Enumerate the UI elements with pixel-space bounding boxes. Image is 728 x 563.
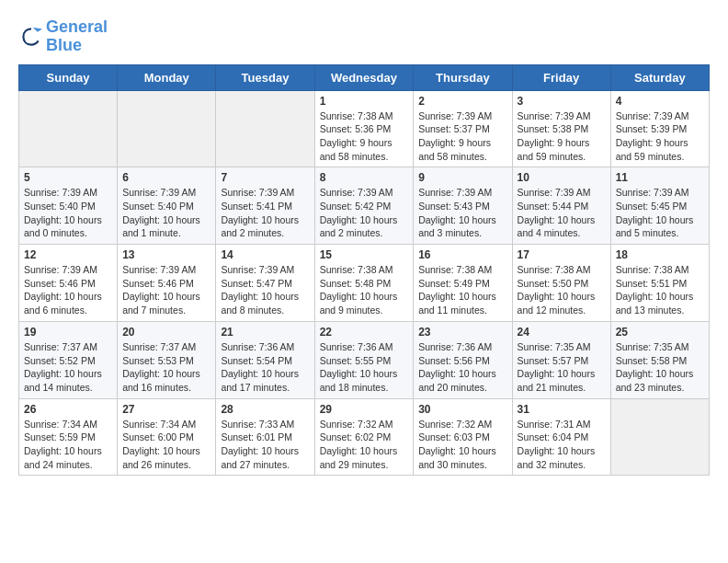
calendar-cell: 26Sunrise: 7:34 AM Sunset: 5:59 PM Dayli… (19, 398, 118, 476)
calendar-week-row: 1Sunrise: 7:38 AM Sunset: 5:36 PM Daylig… (19, 90, 710, 167)
calendar-cell: 6Sunrise: 7:39 AM Sunset: 5:40 PM Daylig… (118, 167, 216, 245)
calendar-cell: 21Sunrise: 7:36 AM Sunset: 5:54 PM Dayli… (216, 321, 314, 398)
day-info: Sunrise: 7:38 AM Sunset: 5:50 PM Dayligh… (518, 263, 606, 317)
logo-icon (20, 26, 42, 48)
day-number: 16 (418, 248, 506, 261)
calendar-cell (118, 90, 216, 167)
day-number: 30 (418, 403, 506, 416)
day-number: 10 (518, 171, 606, 184)
day-number: 17 (518, 248, 606, 261)
day-info: Sunrise: 7:39 AM Sunset: 5:42 PM Dayligh… (320, 186, 409, 240)
day-number: 11 (616, 171, 704, 184)
day-of-week-header: Wednesday (314, 64, 414, 90)
day-number: 20 (122, 326, 210, 339)
calendar-header-row: SundayMondayTuesdayWednesdayThursdayFrid… (19, 64, 710, 90)
day-info: Sunrise: 7:38 AM Sunset: 5:51 PM Dayligh… (616, 263, 704, 317)
calendar-cell: 12Sunrise: 7:39 AM Sunset: 5:46 PM Dayli… (19, 245, 118, 322)
calendar-cell: 28Sunrise: 7:33 AM Sunset: 6:01 PM Dayli… (216, 398, 314, 476)
day-number: 31 (518, 403, 606, 416)
day-info: Sunrise: 7:39 AM Sunset: 5:45 PM Dayligh… (616, 186, 704, 240)
calendar-cell: 31Sunrise: 7:31 AM Sunset: 6:04 PM Dayli… (512, 398, 610, 476)
calendar-cell: 18Sunrise: 7:38 AM Sunset: 5:51 PM Dayli… (610, 245, 709, 322)
day-number: 25 (616, 326, 704, 339)
day-number: 18 (616, 248, 704, 261)
day-info: Sunrise: 7:39 AM Sunset: 5:40 PM Dayligh… (24, 186, 112, 240)
day-info: Sunrise: 7:39 AM Sunset: 5:46 PM Dayligh… (122, 263, 210, 317)
day-info: Sunrise: 7:34 AM Sunset: 6:00 PM Dayligh… (122, 418, 210, 472)
day-number: 12 (24, 248, 112, 261)
day-number: 26 (24, 403, 112, 416)
day-info: Sunrise: 7:38 AM Sunset: 5:48 PM Dayligh… (320, 263, 409, 317)
day-info: Sunrise: 7:33 AM Sunset: 6:01 PM Dayligh… (221, 418, 309, 472)
day-info: Sunrise: 7:37 AM Sunset: 5:52 PM Dayligh… (24, 340, 112, 395)
day-number: 2 (418, 95, 506, 108)
day-number: 8 (320, 171, 409, 184)
calendar-cell: 17Sunrise: 7:38 AM Sunset: 5:50 PM Dayli… (512, 245, 610, 322)
calendar-week-row: 12Sunrise: 7:39 AM Sunset: 5:46 PM Dayli… (19, 245, 710, 322)
day-number: 4 (616, 95, 704, 108)
calendar-cell: 7Sunrise: 7:39 AM Sunset: 5:41 PM Daylig… (216, 167, 314, 245)
day-info: Sunrise: 7:39 AM Sunset: 5:44 PM Dayligh… (518, 186, 606, 240)
calendar-cell: 3Sunrise: 7:39 AM Sunset: 5:38 PM Daylig… (512, 90, 610, 167)
calendar-cell: 30Sunrise: 7:32 AM Sunset: 6:03 PM Dayli… (414, 398, 512, 476)
day-number: 29 (320, 403, 409, 416)
day-number: 24 (518, 326, 606, 339)
day-of-week-header: Saturday (610, 64, 709, 90)
day-of-week-header: Sunday (19, 64, 118, 90)
calendar-cell: 9Sunrise: 7:39 AM Sunset: 5:43 PM Daylig… (414, 167, 512, 245)
logo-text: General Blue (46, 18, 108, 55)
calendar-cell: 14Sunrise: 7:39 AM Sunset: 5:47 PM Dayli… (216, 245, 314, 322)
day-info: Sunrise: 7:35 AM Sunset: 5:58 PM Dayligh… (616, 340, 704, 395)
day-info: Sunrise: 7:39 AM Sunset: 5:46 PM Dayligh… (24, 263, 112, 317)
calendar-cell: 19Sunrise: 7:37 AM Sunset: 5:52 PM Dayli… (19, 321, 118, 398)
page-header: General Blue (18, 18, 710, 55)
calendar-cell: 2Sunrise: 7:39 AM Sunset: 5:37 PM Daylig… (414, 90, 512, 167)
day-info: Sunrise: 7:39 AM Sunset: 5:43 PM Dayligh… (418, 186, 506, 240)
calendar-cell: 10Sunrise: 7:39 AM Sunset: 5:44 PM Dayli… (512, 167, 610, 245)
day-number: 22 (320, 326, 409, 339)
day-info: Sunrise: 7:34 AM Sunset: 5:59 PM Dayligh… (24, 418, 112, 472)
day-info: Sunrise: 7:39 AM Sunset: 5:41 PM Dayligh… (221, 186, 309, 240)
day-of-week-header: Friday (512, 64, 610, 90)
day-info: Sunrise: 7:32 AM Sunset: 6:02 PM Dayligh… (320, 418, 409, 472)
day-info: Sunrise: 7:31 AM Sunset: 6:04 PM Dayligh… (518, 418, 606, 472)
day-number: 19 (24, 326, 112, 339)
day-info: Sunrise: 7:38 AM Sunset: 5:36 PM Dayligh… (320, 109, 409, 164)
calendar-cell: 23Sunrise: 7:36 AM Sunset: 5:56 PM Dayli… (414, 321, 512, 398)
day-info: Sunrise: 7:39 AM Sunset: 5:40 PM Dayligh… (122, 186, 210, 240)
calendar-cell: 29Sunrise: 7:32 AM Sunset: 6:02 PM Dayli… (314, 398, 414, 476)
calendar-cell (216, 90, 314, 167)
calendar-cell: 16Sunrise: 7:38 AM Sunset: 5:49 PM Dayli… (414, 245, 512, 322)
day-info: Sunrise: 7:38 AM Sunset: 5:49 PM Dayligh… (418, 263, 506, 317)
day-number: 6 (122, 171, 210, 184)
day-number: 9 (418, 171, 506, 184)
calendar-body: 1Sunrise: 7:38 AM Sunset: 5:36 PM Daylig… (19, 90, 710, 476)
day-info: Sunrise: 7:39 AM Sunset: 5:39 PM Dayligh… (616, 109, 704, 164)
day-number: 14 (221, 248, 309, 261)
calendar-cell: 5Sunrise: 7:39 AM Sunset: 5:40 PM Daylig… (19, 167, 118, 245)
day-info: Sunrise: 7:32 AM Sunset: 6:03 PM Dayligh… (418, 418, 506, 472)
calendar-cell: 27Sunrise: 7:34 AM Sunset: 6:00 PM Dayli… (118, 398, 216, 476)
day-info: Sunrise: 7:39 AM Sunset: 5:38 PM Dayligh… (518, 109, 606, 164)
calendar-cell: 22Sunrise: 7:36 AM Sunset: 5:55 PM Dayli… (314, 321, 414, 398)
day-info: Sunrise: 7:36 AM Sunset: 5:55 PM Dayligh… (320, 340, 409, 395)
calendar-cell: 15Sunrise: 7:38 AM Sunset: 5:48 PM Dayli… (314, 245, 414, 322)
day-of-week-header: Thursday (414, 64, 512, 90)
calendar-cell: 25Sunrise: 7:35 AM Sunset: 5:58 PM Dayli… (610, 321, 709, 398)
calendar-cell: 8Sunrise: 7:39 AM Sunset: 5:42 PM Daylig… (314, 167, 414, 245)
calendar-week-row: 26Sunrise: 7:34 AM Sunset: 5:59 PM Dayli… (19, 398, 710, 476)
calendar-cell: 11Sunrise: 7:39 AM Sunset: 5:45 PM Dayli… (610, 167, 709, 245)
day-number: 3 (518, 95, 606, 108)
day-of-week-header: Monday (118, 64, 216, 90)
calendar-cell: 24Sunrise: 7:35 AM Sunset: 5:57 PM Dayli… (512, 321, 610, 398)
calendar-cell: 4Sunrise: 7:39 AM Sunset: 5:39 PM Daylig… (610, 90, 709, 167)
day-number: 28 (221, 403, 309, 416)
day-info: Sunrise: 7:39 AM Sunset: 5:47 PM Dayligh… (221, 263, 309, 317)
calendar-week-row: 19Sunrise: 7:37 AM Sunset: 5:52 PM Dayli… (19, 321, 710, 398)
day-number: 7 (221, 171, 309, 184)
day-info: Sunrise: 7:35 AM Sunset: 5:57 PM Dayligh… (518, 340, 606, 395)
calendar-cell (610, 398, 709, 476)
calendar-cell: 13Sunrise: 7:39 AM Sunset: 5:46 PM Dayli… (118, 245, 216, 322)
day-info: Sunrise: 7:37 AM Sunset: 5:53 PM Dayligh… (122, 340, 210, 395)
day-info: Sunrise: 7:36 AM Sunset: 5:56 PM Dayligh… (418, 340, 506, 395)
